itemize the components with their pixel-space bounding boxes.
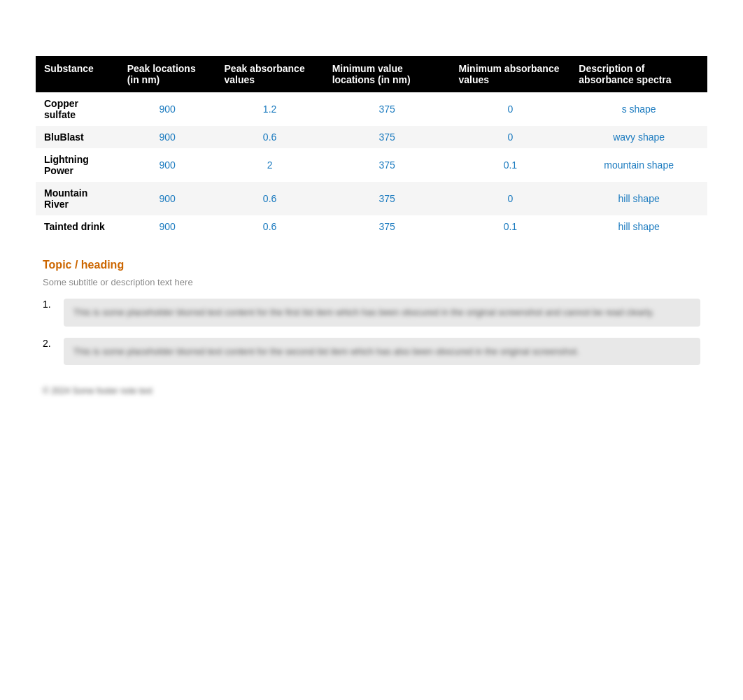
- cell-min-absorbance: 0: [451, 126, 571, 148]
- cell-min-locations: 375: [324, 126, 451, 148]
- cell-description: mountain shape: [570, 148, 707, 182]
- list-item-number: 2.: [43, 338, 57, 349]
- col-header-peak-locations: Peak locations (in nm): [119, 56, 216, 92]
- page-wrapper: Substance Peak locations (in nm) Peak ab…: [36, 56, 707, 396]
- cell-peak-locations: 900: [119, 215, 216, 238]
- table-row: Copper sulfate9001.23750s shape: [36, 92, 707, 126]
- cell-peak-absorbance: 0.6: [216, 126, 324, 148]
- list-item-content: This is some placeholder blurred text co…: [64, 299, 700, 327]
- cell-min-absorbance: 0.1: [451, 148, 571, 182]
- cell-min-locations: 375: [324, 215, 451, 238]
- table-row: Lightning Power90023750.1mountain shape: [36, 148, 707, 182]
- table-row: Tainted drink9000.63750.1hill shape: [36, 215, 707, 238]
- col-header-peak-absorbance: Peak absorbance values: [216, 56, 324, 92]
- below-section: Topic / heading Some subtitle or descrip…: [36, 259, 707, 396]
- list-item: 1.This is some placeholder blurred text …: [43, 299, 700, 327]
- list-item-number: 1.: [43, 299, 57, 310]
- table-row: BluBlast9000.63750wavy shape: [36, 126, 707, 148]
- col-header-min-absorbance: Minimum absorbance values: [451, 56, 571, 92]
- cell-substance: Lightning Power: [36, 148, 119, 182]
- data-table: Substance Peak locations (in nm) Peak ab…: [36, 56, 707, 238]
- cell-min-absorbance: 0: [451, 182, 571, 215]
- numbered-list: 1.This is some placeholder blurred text …: [43, 299, 700, 365]
- list-item-text: This is some placeholder blurred text co…: [73, 306, 691, 320]
- cell-description: hill shape: [570, 215, 707, 238]
- cell-min-locations: 375: [324, 182, 451, 215]
- cell-description: s shape: [570, 92, 707, 126]
- cell-substance: Mountain River: [36, 182, 119, 215]
- cell-peak-locations: 900: [119, 182, 216, 215]
- cell-substance: Copper sulfate: [36, 92, 119, 126]
- table-header-row: Substance Peak locations (in nm) Peak ab…: [36, 56, 707, 92]
- cell-min-locations: 375: [324, 92, 451, 126]
- col-header-substance: Substance: [36, 56, 119, 92]
- cell-peak-absorbance: 0.6: [216, 215, 324, 238]
- cell-peak-absorbance: 2: [216, 148, 324, 182]
- cell-description: wavy shape: [570, 126, 707, 148]
- cell-description: hill shape: [570, 182, 707, 215]
- cell-min-absorbance: 0: [451, 92, 571, 126]
- table-row: Mountain River9000.63750hill shape: [36, 182, 707, 215]
- footer-note: © 2024 Some footer note text: [43, 386, 700, 396]
- list-item-content: This is some placeholder blurred text co…: [64, 338, 700, 366]
- cell-peak-locations: 900: [119, 148, 216, 182]
- section-title: Topic / heading: [43, 259, 700, 271]
- cell-peak-absorbance: 1.2: [216, 92, 324, 126]
- list-item-text: This is some placeholder blurred text co…: [73, 345, 691, 359]
- section-subtitle: Some subtitle or description text here: [43, 277, 700, 287]
- cell-peak-absorbance: 0.6: [216, 182, 324, 215]
- cell-substance: Tainted drink: [36, 215, 119, 238]
- cell-substance: BluBlast: [36, 126, 119, 148]
- cell-peak-locations: 900: [119, 92, 216, 126]
- cell-peak-locations: 900: [119, 126, 216, 148]
- col-header-min-locations: Minimum value locations (in nm): [324, 56, 451, 92]
- col-header-description: Description of absorbance spectra: [570, 56, 707, 92]
- cell-min-locations: 375: [324, 148, 451, 182]
- cell-min-absorbance: 0.1: [451, 215, 571, 238]
- list-item: 2.This is some placeholder blurred text …: [43, 338, 700, 366]
